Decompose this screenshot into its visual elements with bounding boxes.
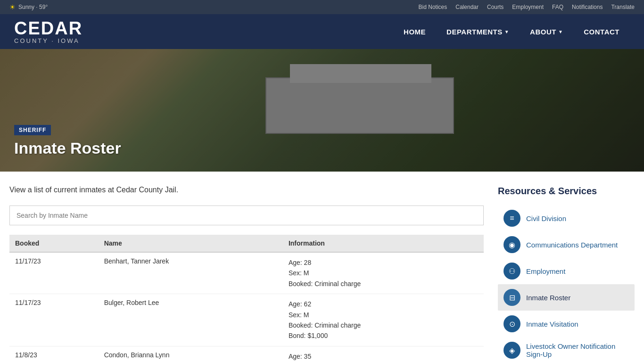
info-line: Age: 28 [289,257,478,268]
table-row: 11/17/23Bulger, Robert LeeAge: 62Sex: MB… [9,294,484,346]
info-line: Age: 35 [289,351,478,362]
sidebar: Resources & Services ≡Civil Division◉Com… [498,186,635,362]
info-line: Bond: $1,000 [289,330,478,341]
logo-subtitle: COUNTY · IOWA [14,37,83,44]
cell-name: Condon, Brianna Lynn [99,346,283,362]
table-row: 11/8/23Condon, Brianna LynnAge: 35Sex: F… [9,346,484,362]
top-nav-calendar[interactable]: Calendar [455,4,479,10]
sidebar-item-employment[interactable]: ⚇Employment [498,258,635,284]
cell-booked: 11/17/23 [9,294,99,346]
logo-title: CEDAR [14,19,83,37]
sidebar-icon: ⚇ [504,263,520,280]
inmate-table: Booked Name Information 11/17/23Benhart,… [9,235,484,362]
info-line: Sex: M [289,268,478,278]
sidebar-icon: ⊙ [504,315,520,332]
search-input[interactable] [9,206,484,225]
sidebar-item-communications-department[interactable]: ◉Communications Department [498,231,635,258]
hero-breadcrumb: SHERIFF [14,125,51,135]
sidebar-item-inmate-visitation[interactable]: ⊙Inmate Visitation [498,311,635,337]
table-row: 11/17/23Benhart, Tanner JarekAge: 28Sex:… [9,252,484,294]
site-header: CEDAR COUNTY · IOWA HOME DEPARTMENTS ▼ A… [0,14,644,49]
top-nav-employment[interactable]: Employment [512,4,544,10]
top-bar: ☀ Sunny · 59° Bid Notices Calendar Court… [0,0,644,14]
col-name: Name [99,235,283,252]
sidebar-item-label: Inmate Roster [526,294,570,302]
sidebar-item-civil-division[interactable]: ≡Civil Division [498,205,635,231]
top-nav-notifications[interactable]: Notifications [572,4,603,10]
site-logo[interactable]: CEDAR COUNTY · IOWA [14,19,83,44]
main-wrapper: View a list of current inmates at Cedar … [0,172,644,362]
nav-about[interactable]: ABOUT ▼ [520,23,573,41]
sidebar-icon: ◉ [504,236,520,253]
info-line: Booked: Criminal charge [289,279,478,289]
sidebar-item-label: Inmate Visitation [526,320,578,328]
nav-departments[interactable]: DEPARTMENTS ▼ [436,23,520,41]
top-nav-bid-notices[interactable]: Bid Notices [419,4,447,10]
cell-name: Bulger, Robert Lee [99,294,283,346]
sidebar-item-label: Civil Division [526,214,566,222]
sidebar-items-container: ≡Civil Division◉Communications Departmen… [498,205,635,362]
departments-arrow-icon: ▼ [504,29,509,34]
nav-home[interactable]: HOME [393,23,436,41]
info-line: Booked: Criminal charge [289,320,478,330]
sidebar-item-inmate-roster[interactable]: ⊟Inmate Roster [498,284,635,311]
cell-booked: 11/8/23 [9,346,99,362]
cell-info: Age: 28Sex: MBooked: Criminal charge [283,252,484,294]
cell-name: Benhart, Tanner Jarek [99,252,283,294]
sidebar-icon: ⊟ [504,289,520,306]
top-nav-faq[interactable]: FAQ [552,4,563,10]
about-arrow-icon: ▼ [558,29,563,34]
page-description: View a list of current inmates at Cedar … [9,186,484,194]
sidebar-title: Resources & Services [498,186,635,197]
hero-banner: SHERIFF Inmate Roster [0,49,644,172]
sidebar-icon: ◈ [504,342,520,359]
hero-content: SHERIFF Inmate Roster [14,125,121,157]
page-title: Inmate Roster [14,139,121,157]
weather-widget: ☀ Sunny · 59° [9,3,48,11]
info-line: Sex: M [289,310,478,320]
sidebar-item-label: Employment [526,267,565,275]
sidebar-item-label: Livestock Owner Notification Sign-Up [526,342,629,358]
cell-info: Age: 35Sex: FBooked: Criminal charge [283,346,484,362]
col-information: Information [283,235,484,252]
col-booked: Booked [9,235,99,252]
content-area: View a list of current inmates at Cedar … [9,186,498,362]
weather-text: Sunny · 59° [18,4,48,10]
main-nav: HOME DEPARTMENTS ▼ ABOUT ▼ CONTACT [393,23,630,41]
cell-booked: 11/17/23 [9,252,99,294]
info-line: Age: 62 [289,299,478,309]
sidebar-item-label: Communications Department [526,241,618,249]
top-nav: Bid Notices Calendar Courts Employment F… [419,4,635,10]
sidebar-item-livestock-owner-notification-sign-up[interactable]: ◈Livestock Owner Notification Sign-Up [498,337,635,362]
top-nav-courts[interactable]: Courts [487,4,504,10]
nav-contact[interactable]: CONTACT [573,23,630,41]
sidebar-icon: ≡ [504,210,520,227]
cell-info: Age: 62Sex: MBooked: Criminal chargeBond… [283,294,484,346]
top-nav-translate[interactable]: Translate [611,4,635,10]
weather-icon: ☀ [9,3,16,11]
